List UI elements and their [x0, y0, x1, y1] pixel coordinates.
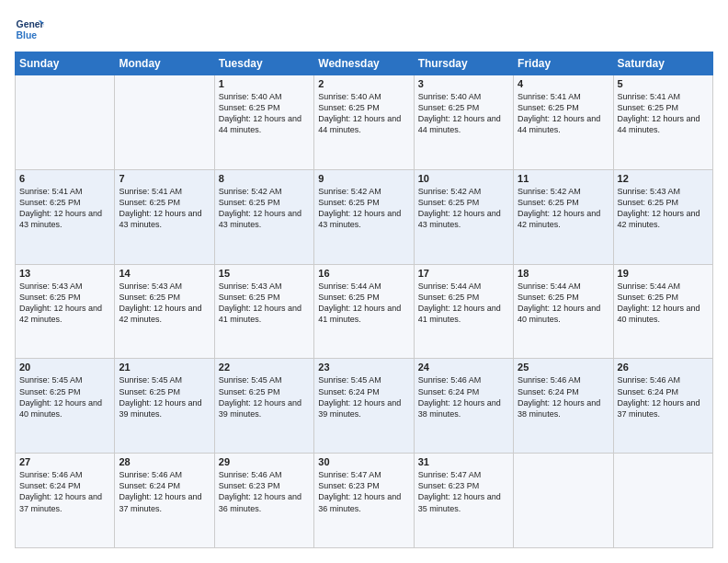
calendar-cell: 6Sunrise: 5:41 AM Sunset: 6:25 PM Daylig…	[16, 169, 115, 264]
calendar-cell	[613, 454, 712, 548]
calendar-week-row: 27Sunrise: 5:46 AM Sunset: 6:24 PM Dayli…	[16, 454, 713, 548]
day-number: 30	[318, 456, 409, 467]
day-number: 29	[219, 456, 310, 467]
day-info: Sunrise: 5:44 AM Sunset: 6:25 PM Dayligh…	[618, 281, 709, 326]
calendar-cell: 1Sunrise: 5:40 AM Sunset: 6:25 PM Daylig…	[214, 75, 313, 170]
day-number: 2	[318, 78, 409, 89]
day-info: Sunrise: 5:46 AM Sunset: 6:24 PM Dayligh…	[618, 374, 709, 419]
day-info: Sunrise: 5:45 AM Sunset: 6:25 PM Dayligh…	[219, 374, 310, 419]
day-number: 26	[618, 362, 709, 373]
day-info: Sunrise: 5:42 AM Sunset: 6:25 PM Dayligh…	[219, 186, 310, 231]
day-number: 28	[119, 456, 210, 467]
day-number: 8	[219, 173, 310, 184]
generalblue-logo-icon: General Blue	[15, 15, 44, 44]
calendar-header-friday: Friday	[514, 52, 613, 75]
day-info: Sunrise: 5:44 AM Sunset: 6:25 PM Dayligh…	[418, 281, 509, 326]
calendar-week-row: 1Sunrise: 5:40 AM Sunset: 6:25 PM Daylig…	[16, 75, 713, 170]
calendar-cell	[115, 75, 214, 170]
calendar-cell: 14Sunrise: 5:43 AM Sunset: 6:25 PM Dayli…	[115, 264, 214, 359]
day-info: Sunrise: 5:40 AM Sunset: 6:25 PM Dayligh…	[219, 91, 310, 136]
day-info: Sunrise: 5:41 AM Sunset: 6:25 PM Dayligh…	[19, 186, 110, 231]
day-info: Sunrise: 5:45 AM Sunset: 6:25 PM Dayligh…	[19, 374, 110, 419]
calendar-cell: 7Sunrise: 5:41 AM Sunset: 6:25 PM Daylig…	[115, 169, 214, 264]
logo: General Blue	[15, 15, 44, 44]
day-info: Sunrise: 5:42 AM Sunset: 6:25 PM Dayligh…	[318, 186, 409, 231]
day-number: 22	[219, 362, 310, 373]
day-info: Sunrise: 5:43 AM Sunset: 6:25 PM Dayligh…	[19, 281, 110, 326]
calendar-cell: 10Sunrise: 5:42 AM Sunset: 6:25 PM Dayli…	[414, 169, 513, 264]
day-number: 11	[518, 173, 609, 184]
page: General Blue SundayMondayTuesdayWednesda…	[0, 0, 728, 563]
day-info: Sunrise: 5:45 AM Sunset: 6:24 PM Dayligh…	[318, 374, 409, 419]
calendar-cell: 4Sunrise: 5:41 AM Sunset: 6:25 PM Daylig…	[514, 75, 613, 170]
day-number: 18	[518, 268, 609, 279]
day-number: 19	[618, 268, 709, 279]
calendar-cell: 20Sunrise: 5:45 AM Sunset: 6:25 PM Dayli…	[16, 359, 115, 454]
calendar-header-tuesday: Tuesday	[214, 52, 313, 75]
calendar-cell: 9Sunrise: 5:42 AM Sunset: 6:25 PM Daylig…	[314, 169, 414, 264]
day-number: 15	[219, 268, 310, 279]
day-number: 9	[318, 173, 409, 184]
calendar-cell: 8Sunrise: 5:42 AM Sunset: 6:25 PM Daylig…	[214, 169, 313, 264]
day-info: Sunrise: 5:46 AM Sunset: 6:24 PM Dayligh…	[518, 374, 609, 419]
calendar-cell: 29Sunrise: 5:46 AM Sunset: 6:23 PM Dayli…	[214, 454, 313, 548]
day-number: 20	[19, 362, 110, 373]
calendar-header-monday: Monday	[115, 52, 214, 75]
calendar-cell: 19Sunrise: 5:44 AM Sunset: 6:25 PM Dayli…	[613, 264, 712, 359]
calendar-cell: 31Sunrise: 5:47 AM Sunset: 6:23 PM Dayli…	[414, 454, 513, 548]
calendar-cell: 27Sunrise: 5:46 AM Sunset: 6:24 PM Dayli…	[16, 454, 115, 548]
calendar-cell: 18Sunrise: 5:44 AM Sunset: 6:25 PM Dayli…	[514, 264, 613, 359]
day-info: Sunrise: 5:45 AM Sunset: 6:25 PM Dayligh…	[119, 374, 210, 419]
day-info: Sunrise: 5:46 AM Sunset: 6:24 PM Dayligh…	[418, 374, 509, 419]
svg-text:Blue: Blue	[17, 30, 38, 40]
calendar-cell: 2Sunrise: 5:40 AM Sunset: 6:25 PM Daylig…	[314, 75, 414, 170]
day-info: Sunrise: 5:41 AM Sunset: 6:25 PM Dayligh…	[618, 91, 709, 136]
day-info: Sunrise: 5:44 AM Sunset: 6:25 PM Dayligh…	[318, 281, 409, 326]
calendar-cell: 22Sunrise: 5:45 AM Sunset: 6:25 PM Dayli…	[214, 359, 313, 454]
calendar-cell	[16, 75, 115, 170]
calendar-cell: 12Sunrise: 5:43 AM Sunset: 6:25 PM Dayli…	[613, 169, 712, 264]
day-number: 25	[518, 362, 609, 373]
calendar-cell: 3Sunrise: 5:40 AM Sunset: 6:25 PM Daylig…	[414, 75, 513, 170]
day-info: Sunrise: 5:47 AM Sunset: 6:23 PM Dayligh…	[418, 469, 509, 514]
day-number: 3	[418, 78, 509, 89]
calendar-cell: 25Sunrise: 5:46 AM Sunset: 6:24 PM Dayli…	[514, 359, 613, 454]
day-number: 23	[318, 362, 409, 373]
day-number: 13	[19, 268, 110, 279]
day-number: 21	[119, 362, 210, 373]
day-info: Sunrise: 5:47 AM Sunset: 6:23 PM Dayligh…	[318, 469, 409, 514]
calendar-cell: 28Sunrise: 5:46 AM Sunset: 6:24 PM Dayli…	[115, 454, 214, 548]
calendar-header-saturday: Saturday	[613, 52, 712, 75]
calendar-header-wednesday: Wednesday	[314, 52, 414, 75]
calendar-table: SundayMondayTuesdayWednesdayThursdayFrid…	[15, 52, 713, 548]
day-info: Sunrise: 5:44 AM Sunset: 6:25 PM Dayligh…	[518, 281, 609, 326]
calendar-cell: 21Sunrise: 5:45 AM Sunset: 6:25 PM Dayli…	[115, 359, 214, 454]
day-number: 4	[518, 78, 609, 89]
calendar-cell: 30Sunrise: 5:47 AM Sunset: 6:23 PM Dayli…	[314, 454, 414, 548]
day-info: Sunrise: 5:43 AM Sunset: 6:25 PM Dayligh…	[119, 281, 210, 326]
day-number: 1	[219, 78, 310, 89]
day-info: Sunrise: 5:46 AM Sunset: 6:24 PM Dayligh…	[19, 469, 110, 514]
day-info: Sunrise: 5:46 AM Sunset: 6:24 PM Dayligh…	[119, 469, 210, 514]
day-info: Sunrise: 5:40 AM Sunset: 6:25 PM Dayligh…	[418, 91, 509, 136]
calendar-cell: 23Sunrise: 5:45 AM Sunset: 6:24 PM Dayli…	[314, 359, 414, 454]
day-number: 16	[318, 268, 409, 279]
day-info: Sunrise: 5:43 AM Sunset: 6:25 PM Dayligh…	[219, 281, 310, 326]
calendar-cell: 24Sunrise: 5:46 AM Sunset: 6:24 PM Dayli…	[414, 359, 513, 454]
calendar-header-sunday: Sunday	[16, 52, 115, 75]
day-number: 5	[618, 78, 709, 89]
calendar-cell: 26Sunrise: 5:46 AM Sunset: 6:24 PM Dayli…	[613, 359, 712, 454]
calendar-cell: 11Sunrise: 5:42 AM Sunset: 6:25 PM Dayli…	[514, 169, 613, 264]
day-number: 12	[618, 173, 709, 184]
calendar-cell: 15Sunrise: 5:43 AM Sunset: 6:25 PM Dayli…	[214, 264, 313, 359]
header: General Blue	[15, 15, 713, 44]
day-info: Sunrise: 5:41 AM Sunset: 6:25 PM Dayligh…	[518, 91, 609, 136]
day-number: 31	[418, 456, 509, 467]
calendar-week-row: 20Sunrise: 5:45 AM Sunset: 6:25 PM Dayli…	[16, 359, 713, 454]
calendar-week-row: 13Sunrise: 5:43 AM Sunset: 6:25 PM Dayli…	[16, 264, 713, 359]
day-number: 6	[19, 173, 110, 184]
calendar-header-row: SundayMondayTuesdayWednesdayThursdayFrid…	[16, 52, 713, 75]
calendar-cell: 17Sunrise: 5:44 AM Sunset: 6:25 PM Dayli…	[414, 264, 513, 359]
calendar-cell: 13Sunrise: 5:43 AM Sunset: 6:25 PM Dayli…	[16, 264, 115, 359]
day-number: 24	[418, 362, 509, 373]
